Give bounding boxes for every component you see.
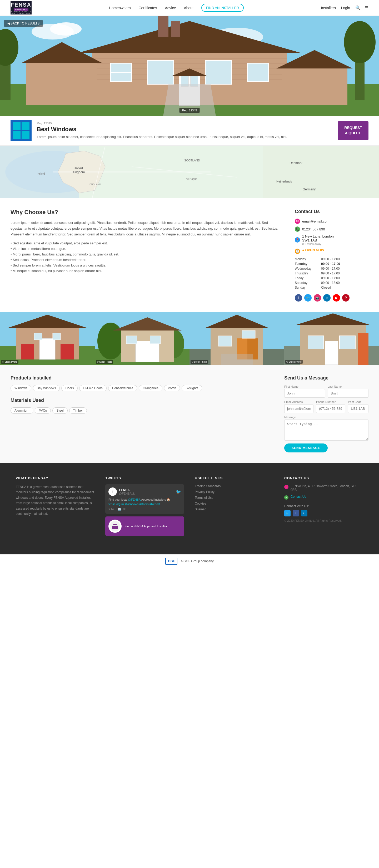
svg-rect-20 — [158, 16, 168, 37]
logo[interactable]: FENSA APPROVED WINDOW & DOOR INSTALLATIO… — [10, 1, 32, 14]
footer-tweets-title: TWEETS — [105, 476, 184, 480]
svg-text:Ireland: Ireland — [37, 172, 45, 175]
link-terms-of-use[interactable]: Terms of Use — [195, 496, 274, 500]
gallery-item-1[interactable]: © Stock Photo — [0, 312, 95, 365]
gallery-item-4[interactable]: © Stock Photo — [284, 312, 379, 365]
svg-point-2 — [50, 22, 82, 36]
tag-conservatories[interactable]: Conservatories — [108, 385, 137, 391]
list-item: Sed egestas, ante et vulputate volutpat,… — [10, 241, 279, 246]
contact-phone: 📞 01234 567 890 — [295, 226, 369, 232]
footer-col-contact: CONTACT US 📍 FENSA Ltd, 40 Rushworth Str… — [284, 476, 363, 536]
link-cookies[interactable]: Cookies — [195, 502, 274, 505]
reg-badge: Reg: 12345 — [180, 108, 200, 113]
footer-twitter-icon[interactable]: 🐦 — [284, 510, 290, 517]
logo-tile-3 — [13, 131, 21, 139]
message-textarea[interactable] — [284, 420, 369, 441]
phone-label: Phone Number — [316, 400, 345, 403]
tag-pvcu[interactable]: PVCu — [35, 407, 51, 414]
svg-rect-74 — [218, 336, 232, 346]
tweet-handle: @FENSAuk — [119, 492, 134, 495]
materials-section: Materials Used Aluminium PVCu Steel Timb… — [10, 398, 269, 414]
map-section[interactable]: United Kingdom Ireland SCOTLAND ENGLAND … — [0, 146, 379, 198]
footer-contact-link[interactable]: Contact Us — [290, 495, 306, 498]
tweet-avatar: F — [108, 488, 117, 496]
link-sitemap[interactable]: Sitemap — [195, 507, 274, 511]
tweet-banner-img — [108, 520, 122, 533]
tag-orangeries[interactable]: Orangeries — [139, 385, 162, 391]
materials-title: Materials Used — [10, 398, 269, 403]
house-svg — [0, 16, 379, 116]
footer-facebook-icon[interactable]: f — [293, 510, 299, 517]
tag-steel[interactable]: Steel — [52, 407, 67, 414]
link-privacy-policy[interactable]: Privacy Policy — [195, 490, 274, 494]
twitter-icon[interactable]: 🐦 — [304, 294, 312, 302]
postcode-label: Post Code — [348, 400, 369, 403]
last-name-input[interactable] — [328, 389, 369, 398]
send-message-button[interactable]: SEND MESSAGE — [284, 443, 328, 453]
tag-porch[interactable]: Porch — [164, 385, 180, 391]
tag-doors[interactable]: Doors — [61, 385, 77, 391]
back-to-results-btn[interactable]: ◀ BACK TO RESULTS — [4, 20, 43, 27]
nav-homeowners[interactable]: Homeowners — [109, 6, 131, 10]
logo-tile-4 — [22, 131, 30, 139]
tag-timber[interactable]: Timber — [69, 407, 87, 414]
svg-rect-18 — [282, 68, 347, 105]
tweet-retweet[interactable]: 🔄 330 — [118, 508, 126, 510]
svg-rect-25 — [148, 61, 174, 84]
facebook-icon[interactable]: f — [295, 294, 302, 302]
email-label: Email Address — [284, 400, 313, 403]
tweet-user: F FENSA @FENSAuk 🐦 — [108, 488, 181, 496]
youtube-icon[interactable]: ▶ — [333, 294, 340, 302]
installers-link[interactable]: Installers — [321, 6, 336, 10]
footer-fensa-title: WHAT IS FENSA? — [16, 476, 95, 480]
instagram-icon[interactable]: 📷 — [314, 294, 321, 302]
postcode-input[interactable] — [348, 404, 369, 413]
tag-bay-windows[interactable]: Bay Windows — [33, 385, 60, 391]
reg-number: Reg: 12345 — [37, 122, 333, 125]
footer-social-icons: 🐦 f in — [284, 510, 363, 517]
phone-input[interactable] — [316, 404, 345, 413]
email-input[interactable] — [284, 404, 313, 413]
gallery-caption-4: © Stock Photo — [285, 360, 303, 364]
link-trading-standards[interactable]: Trading Standards — [195, 484, 274, 488]
svg-text:The Hague: The Hague — [184, 178, 197, 180]
tag-bifold-doors[interactable]: Bi-Fold Doors — [79, 385, 106, 391]
clock-icon: 🕐 — [295, 249, 300, 254]
find-installer-button[interactable]: FIND AN INSTALLER — [201, 4, 244, 12]
svg-rect-16 — [26, 63, 97, 105]
first-name-input[interactable] — [284, 389, 325, 398]
nav-advice[interactable]: Advice — [165, 6, 176, 10]
tweet-like[interactable]: ♥ 14 — [108, 508, 114, 510]
gallery-caption-1: © Stock Photo — [1, 360, 19, 364]
tag-skylights[interactable]: Skylights — [182, 385, 202, 391]
pinterest-icon[interactable]: P — [342, 294, 350, 302]
nav-about[interactable]: About — [184, 6, 193, 10]
contact-email: ✉ email@email.com — [295, 219, 369, 224]
login-link[interactable]: Login — [341, 6, 350, 10]
tag-aluminium[interactable]: Aluminium — [10, 407, 33, 414]
svg-rect-65 — [135, 341, 159, 362]
list-item: Morbi purus libero, faucibus adipiscing,… — [10, 251, 279, 257]
search-icon[interactable]: 🔍 — [355, 5, 360, 10]
menu-icon[interactable]: ☰ — [365, 5, 369, 10]
twitter-bird-icon: 🐦 — [176, 489, 181, 494]
why-choose-list: Sed egestas, ante et vulputate volutpat,… — [10, 241, 279, 274]
hours-row-monday: Monday 09:00 - 17:00 — [295, 257, 369, 261]
nav-certificates[interactable]: Certificates — [138, 6, 157, 10]
request-quote-button[interactable]: REQUESTA QUOTE — [338, 121, 369, 140]
tag-windows[interactable]: Windows — [10, 385, 31, 391]
linkedin-icon[interactable]: in — [323, 294, 330, 302]
gallery-item-3[interactable]: © Stock Photo — [189, 312, 284, 365]
svg-rect-21 — [171, 21, 180, 37]
gallery-item-2[interactable]: © Stock Photo — [95, 312, 189, 365]
message-group: Message — [284, 415, 369, 441]
svg-rect-27 — [247, 63, 269, 82]
svg-text:Netherlands: Netherlands — [276, 180, 292, 183]
svg-rect-57 — [34, 333, 42, 340]
products-section: Products Installed Windows Bay Windows D… — [10, 375, 284, 453]
hours-row-tuesday: Tuesday 09:00 - 17:00 — [295, 261, 369, 266]
svg-rect-10 — [92, 58, 287, 59]
header-right: Installers Login 🔍 ☰ — [321, 5, 369, 10]
footer-linkedin-icon[interactable]: in — [301, 510, 307, 517]
location-icon: 📍 — [295, 237, 300, 243]
